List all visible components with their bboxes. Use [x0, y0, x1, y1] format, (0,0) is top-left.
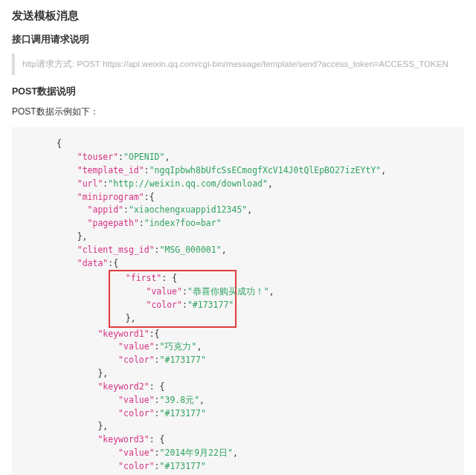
- json-value-key: value: [151, 286, 177, 297]
- http-request-line: http请求方式: POST https://api.weixin.qq.com…: [12, 54, 464, 75]
- json-touser: OPENID: [129, 152, 160, 162]
- post-example-label: POST数据示例如下：: [12, 106, 464, 118]
- json-keyword3-key: keyword3: [103, 434, 144, 445]
- json-client-msg-id-val: MSG_000001: [164, 245, 216, 255]
- json-color-key: color: [123, 408, 149, 419]
- json-keyword1-value: 巧克力: [164, 341, 191, 352]
- json-keyword2-key: keyword2: [103, 381, 144, 392]
- json-first-key: first: [131, 273, 157, 283]
- json-color-key: color: [151, 300, 177, 310]
- json-appid-val: xiaochengxuappid12345: [134, 204, 242, 215]
- json-keyword1-color: #173177: [164, 355, 200, 365]
- json-color-key: color: [123, 461, 149, 471]
- page-title: 发送模板消息: [12, 9, 464, 23]
- json-url: http://weixin.qq.com/download: [113, 178, 263, 189]
- json-keyword2-value: 39.8元: [164, 395, 194, 405]
- json-first-color: #173177: [193, 300, 228, 310]
- json-color-key: color: [123, 355, 149, 365]
- json-value-key: value: [123, 341, 149, 352]
- code-block: { "touser":"OPENID", "template_id":"ngqI…: [12, 127, 464, 475]
- json-keyword3-value: 2014年9月22日: [164, 447, 227, 458]
- section-post-title: POST数据说明: [12, 85, 464, 98]
- json-data-key: data: [83, 258, 103, 268]
- json-client-msg-id-key: client_msg_id: [83, 245, 149, 255]
- json-miniprogram-key: miniprogram: [83, 192, 139, 202]
- json-pagepath-key: pagepath: [92, 218, 133, 228]
- section-request-title: 接口调用请求说明: [12, 33, 464, 46]
- json-keyword3-color: #173177: [164, 461, 200, 471]
- highlight-first: "first": { "value":"恭喜你购买成功！", "color":"…: [109, 270, 237, 327]
- json-keyword1-key: keyword1: [103, 329, 144, 339]
- json-value-key: value: [123, 447, 149, 458]
- json-appid-key: appid: [92, 204, 118, 215]
- json-template-id: ngqIpbwh8bUfcSsECmogfXcV14J0tQlEpBO27izE…: [155, 165, 376, 175]
- json-value-key: value: [123, 395, 149, 405]
- json-keyword2-color: #173177: [164, 408, 200, 419]
- json-first-value: 恭喜你购买成功！: [193, 286, 264, 297]
- json-pagepath-val: index?foo=bar: [149, 218, 216, 228]
